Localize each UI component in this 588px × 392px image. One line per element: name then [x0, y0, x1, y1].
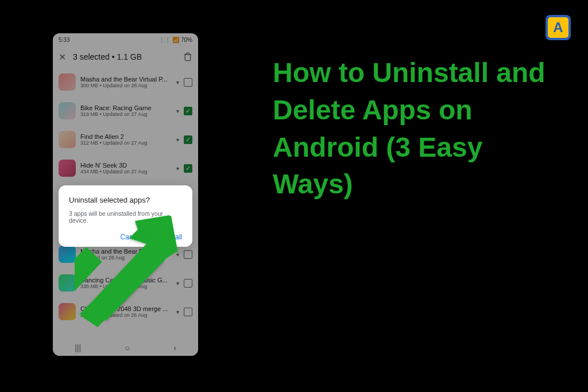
status-time: 5:33 [59, 37, 69, 43]
selection-header: ✕ 3 selected • 1.1 GB [53, 46, 198, 68]
wifi-icon: ⋮⋮ [159, 37, 171, 43]
app-meta: 434 MB • Updated on 27 Aug [80, 169, 172, 174]
app-meta: Updated on 26 Aug [80, 255, 172, 261]
chevron-down-icon[interactable]: ▾ [176, 251, 179, 258]
app-row[interactable]: Hide N' Seek 3D 434 MB • Updated on 27 A… [53, 154, 198, 183]
checkbox-checked[interactable]: ✓ [184, 164, 192, 173]
app-icon [59, 102, 76, 119]
app-row[interactable]: Find the Alien 2 312 MB • Updated on 27 … [53, 125, 198, 154]
signal-icon: 📶 [172, 37, 179, 43]
app-icon [59, 303, 76, 320]
app-info: Find the Alien 2 312 MB • Updated on 27 … [80, 133, 172, 146]
chevron-down-icon[interactable]: ▾ [176, 309, 179, 315]
site-logo: A [546, 15, 571, 40]
phone-screenshot: 5:33 ⋮⋮ 📶 70% ✕ 3 selected • 1.1 GB Mash… [53, 33, 198, 356]
app-meta: 319 MB • Updated on 27 Aug [80, 111, 172, 117]
app-info: Hide N' Seek 3D 434 MB • Updated on 27 A… [80, 162, 172, 174]
app-name: Find the Alien 2 [80, 133, 172, 140]
checkbox[interactable] [184, 279, 192, 288]
app-icon [59, 160, 76, 177]
recents-icon[interactable]: ||| [75, 343, 81, 352]
status-right: ⋮⋮ 📶 70% [159, 37, 192, 43]
checkbox-checked[interactable]: ✓ [184, 135, 192, 144]
checkbox-checked[interactable]: ✓ [184, 107, 192, 115]
dialog-title: Uninstall selected apps? [69, 196, 182, 204]
close-icon[interactable]: ✕ [59, 52, 66, 63]
app-row[interactable]: Masha and the Bear Virtual P... 300 MB •… [53, 68, 198, 96]
cancel-button[interactable]: Cancel [121, 233, 142, 241]
app-row[interactable]: Bike Race: Racing Game 319 MB • Updated … [53, 96, 198, 125]
chevron-down-icon[interactable]: ▾ [176, 79, 179, 86]
app-row[interactable]: Dancing Cats - Cute Music G... 335 MB • … [53, 269, 198, 297]
app-icon [59, 131, 76, 148]
uninstall-button[interactable]: Uninstall [156, 233, 182, 241]
app-name: Masha and the Bear Educati... [80, 248, 172, 255]
status-bar: 5:33 ⋮⋮ 📶 70% [53, 33, 198, 46]
chevron-down-icon[interactable]: ▾ [176, 137, 179, 143]
uninstall-dialog: Uninstall selected apps? 3 apps will be … [59, 185, 192, 247]
dialog-message: 3 apps will be uninstalled from your dev… [69, 210, 182, 224]
app-name: Masha and the Bear Virtual P... [80, 76, 172, 83]
chevron-down-icon[interactable]: ▾ [176, 165, 179, 172]
chevron-down-icon[interactable]: ▾ [176, 108, 179, 114]
app-row[interactable]: Chain Cube: 2048 3D merge ... 340 MB • U… [53, 297, 198, 326]
dialog-actions: Cancel Uninstall [69, 233, 182, 241]
app-icon [59, 246, 76, 263]
app-icon [59, 274, 76, 292]
app-icon [59, 73, 76, 91]
app-name: Hide N' Seek 3D [80, 162, 172, 169]
chevron-down-icon[interactable]: ▾ [176, 280, 179, 286]
checkbox[interactable] [184, 78, 192, 87]
checkbox[interactable] [184, 250, 192, 259]
app-info: Dancing Cats - Cute Music G... 335 MB • … [80, 277, 172, 289]
logo-letter: A [548, 17, 568, 38]
back-icon[interactable]: ‹ [173, 343, 176, 352]
app-name: Bike Race: Racing Game [80, 104, 172, 111]
app-info: Masha and the Bear Educati... Updated on… [80, 248, 172, 261]
app-info: Chain Cube: 2048 3D merge ... 340 MB • U… [80, 305, 172, 318]
article-title: How to Uninstall and Delete Apps on Andr… [273, 55, 560, 203]
trash-icon[interactable] [183, 52, 192, 61]
app-info: Bike Race: Racing Game 319 MB • Updated … [80, 104, 172, 117]
app-meta: 300 MB • Updated on 28 Aug [80, 83, 172, 88]
app-info: Masha and the Bear Virtual P... 300 MB •… [80, 76, 172, 88]
selection-count: 3 selected • 1.1 GB [73, 52, 176, 61]
app-meta: 340 MB • Updated on 26 Aug [80, 312, 172, 318]
android-nav-bar: ||| ○ ‹ [53, 340, 198, 356]
app-name: Chain Cube: 2048 3D merge ... [80, 305, 172, 312]
app-meta: 312 MB • Updated on 27 Aug [80, 140, 172, 146]
app-meta: 335 MB • Updated on 26 Aug [80, 284, 172, 289]
app-name: Dancing Cats - Cute Music G... [80, 277, 172, 284]
battery-text: 70% [181, 37, 192, 43]
checkbox[interactable] [184, 308, 192, 316]
home-icon[interactable]: ○ [125, 343, 129, 352]
